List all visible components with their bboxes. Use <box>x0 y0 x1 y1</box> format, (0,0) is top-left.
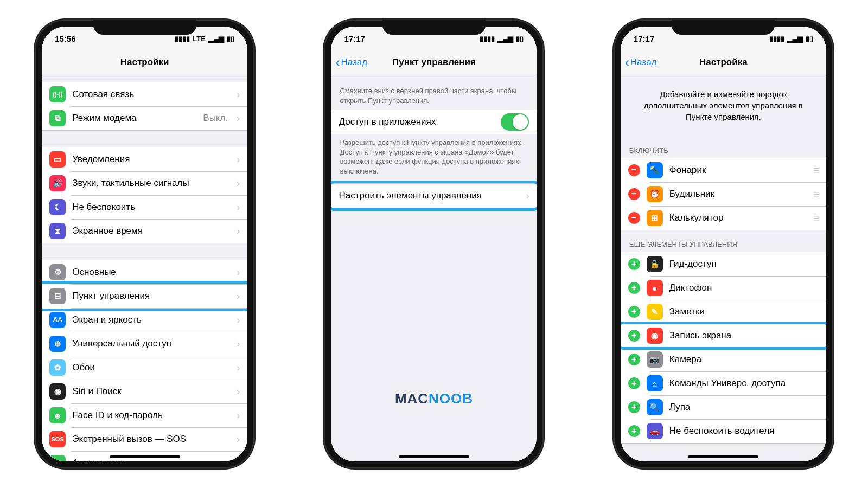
row-general[interactable]: ⚙ Основные › <box>42 260 247 284</box>
screen-2: 17:17 ▮▮▮▮ ▂▄▆ ▮▯ ‹ Назад Пункт управлен… <box>331 27 537 461</box>
chevron-icon: › <box>237 89 240 100</box>
back-label: Назад <box>630 57 657 68</box>
row-cellular[interactable]: ((•)) Сотовая связь › <box>42 82 247 106</box>
wifi-icon: ▂▄▆ <box>497 35 513 43</box>
row-hotspot[interactable]: ⧉ Режим модема Выкл. › <box>42 106 247 130</box>
phone-frame-1: 15:56 ▮▮▮▮ LTE ▂▄▆ ▮▯ Настройки ((•)) Со… <box>35 20 254 468</box>
customize-content[interactable]: Добавляйте и изменяйте порядок дополните… <box>621 74 826 461</box>
row-notifications[interactable]: ▭ Уведомления › <box>42 147 247 171</box>
row-label: Обои <box>72 362 228 373</box>
row-faceid[interactable]: ☻ Face ID и код-пароль › <box>42 403 247 427</box>
signal-icon: ▮▮▮▮ <box>175 35 190 43</box>
display-icon: AA <box>49 312 66 328</box>
notch <box>382 20 486 35</box>
more-list: + 🔒 Гид-доступ + ● Диктофон + ✎ Заметки … <box>621 252 826 444</box>
row-label: Сотовая связь <box>72 89 228 100</box>
row-customize-controls[interactable]: Настроить элементы управления › <box>331 184 537 208</box>
home-indicator[interactable] <box>399 455 469 458</box>
drag-handle-icon[interactable]: ≡ <box>813 164 819 177</box>
siri-icon: ◉ <box>49 383 66 400</box>
add-button[interactable]: + <box>628 330 640 342</box>
remove-button[interactable]: − <box>628 164 640 176</box>
accessibility-icon: ⊕ <box>49 336 66 352</box>
chevron-icon: › <box>237 434 240 445</box>
voice-memos-icon: ● <box>647 280 663 296</box>
nav-title: Настройка <box>699 57 748 68</box>
row-alarm[interactable]: − ⏰ Будильник ≡ <box>621 182 826 206</box>
home-indicator[interactable] <box>688 455 758 458</box>
add-button[interactable]: + <box>628 282 640 294</box>
row-voice-memos[interactable]: + ● Диктофон <box>621 276 826 300</box>
battery-icon: ▮▯ <box>806 35 813 43</box>
drag-handle-icon[interactable]: ≡ <box>813 212 819 224</box>
row-accessibility-shortcut[interactable]: + ⌂ Команды Универс. доступа <box>621 371 826 395</box>
add-button[interactable]: + <box>628 401 640 413</box>
back-button[interactable]: ‹ Назад <box>625 56 657 69</box>
back-label: Назад <box>341 57 367 68</box>
row-magnifier[interactable]: + 🔍 Лупа <box>621 395 826 419</box>
row-dnd-driving[interactable]: + 🚗 Не беспокоить водителя <box>621 419 826 443</box>
nav-title: Настройки <box>120 57 169 68</box>
status-right: ▮▮▮▮ ▂▄▆ ▮▯ <box>769 35 813 43</box>
row-label: Экстренный вызов — SOS <box>72 434 228 445</box>
watermark: MACNOOB <box>331 390 537 407</box>
status-right: ▮▮▮▮ LTE ▂▄▆ ▮▯ <box>175 35 234 43</box>
row-sos[interactable]: SOS Экстренный вызов — SOS › <box>42 427 247 451</box>
watermark-part1: MAC <box>395 390 429 407</box>
row-label: Заметки <box>669 306 819 317</box>
wifi-icon: ▂▄▆ <box>787 35 803 43</box>
row-label: Пункт управления <box>72 291 228 301</box>
row-screen-recording[interactable]: + ◉ Запись экрана <box>621 324 826 348</box>
drag-handle-icon[interactable]: ≡ <box>813 188 819 201</box>
row-screentime[interactable]: ⧗ Экранное время › <box>42 219 247 243</box>
row-accessibility[interactable]: ⊕ Универсальный доступ › <box>42 332 247 356</box>
caption-access: Разрешить доступ к Пункту управления в п… <box>331 134 537 180</box>
settings-content[interactable]: ((•)) Сотовая связь › ⧉ Режим модема Вык… <box>42 74 247 461</box>
row-guided-access[interactable]: + 🔒 Гид-доступ <box>621 252 826 276</box>
row-label: Доступ в приложениях <box>339 117 494 127</box>
row-label: Экран и яркость <box>72 314 228 325</box>
row-dnd[interactable]: ☾ Не беспокоить › <box>42 195 247 219</box>
row-display[interactable]: AA Экран и яркость › <box>42 308 247 332</box>
toggle-group: Доступ в приложениях <box>331 110 537 134</box>
wallpaper-icon: ✿ <box>49 359 66 376</box>
chevron-icon: › <box>237 386 240 397</box>
row-control-center[interactable]: ⊟ Пункт управления › <box>42 284 247 308</box>
row-label: Звуки, тактильные сигналы <box>72 178 228 189</box>
chevron-icon: › <box>237 178 240 189</box>
row-flashlight[interactable]: − 🔦 Фонарик ≡ <box>621 158 826 182</box>
screen-recording-icon: ◉ <box>647 328 663 344</box>
add-button[interactable]: + <box>628 377 640 389</box>
chevron-icon: › <box>237 314 240 326</box>
phone-frame-3: 17:17 ▮▮▮▮ ▂▄▆ ▮▯ ‹ Назад Настройка Доба… <box>614 20 833 468</box>
add-button[interactable]: + <box>628 425 640 437</box>
row-label: Команды Универс. доступа <box>669 378 819 389</box>
remove-button[interactable]: − <box>628 212 640 224</box>
row-wallpaper[interactable]: ✿ Обои › <box>42 356 247 380</box>
magnifier-icon: 🔍 <box>647 399 663 415</box>
status-right: ▮▮▮▮ ▂▄▆ ▮▯ <box>480 35 524 43</box>
chevron-icon: › <box>237 154 240 165</box>
row-notes[interactable]: + ✎ Заметки <box>621 300 826 324</box>
status-time: 17:17 <box>344 34 365 43</box>
row-camera[interactable]: + 📷 Камера <box>621 348 826 371</box>
back-button[interactable]: ‹ Назад <box>335 56 367 69</box>
hotspot-icon: ⧉ <box>49 110 66 126</box>
add-button[interactable]: + <box>628 306 640 318</box>
customize-group: Настроить элементы управления › <box>331 183 537 208</box>
home-indicator[interactable] <box>110 455 180 458</box>
row-apps-access[interactable]: Доступ в приложениях <box>331 110 537 134</box>
row-sounds[interactable]: 🔊 Звуки, тактильные сигналы › <box>42 171 247 195</box>
remove-button[interactable]: − <box>628 188 640 200</box>
control-center-content: Смахните вниз с верхней правой части экр… <box>331 74 537 461</box>
calculator-icon: ⊞ <box>647 210 663 226</box>
notch <box>672 20 775 35</box>
row-calculator[interactable]: − ⊞ Калькулятор ≡ <box>621 206 826 230</box>
faceid-icon: ☻ <box>49 407 66 423</box>
battery-icon: ▮▯ <box>227 35 234 43</box>
add-button[interactable]: + <box>628 354 640 365</box>
row-siri[interactable]: ◉ Siri и Поиск › <box>42 380 247 403</box>
chevron-icon: › <box>237 410 240 421</box>
add-button[interactable]: + <box>628 258 640 270</box>
toggle-switch[interactable] <box>501 113 529 131</box>
